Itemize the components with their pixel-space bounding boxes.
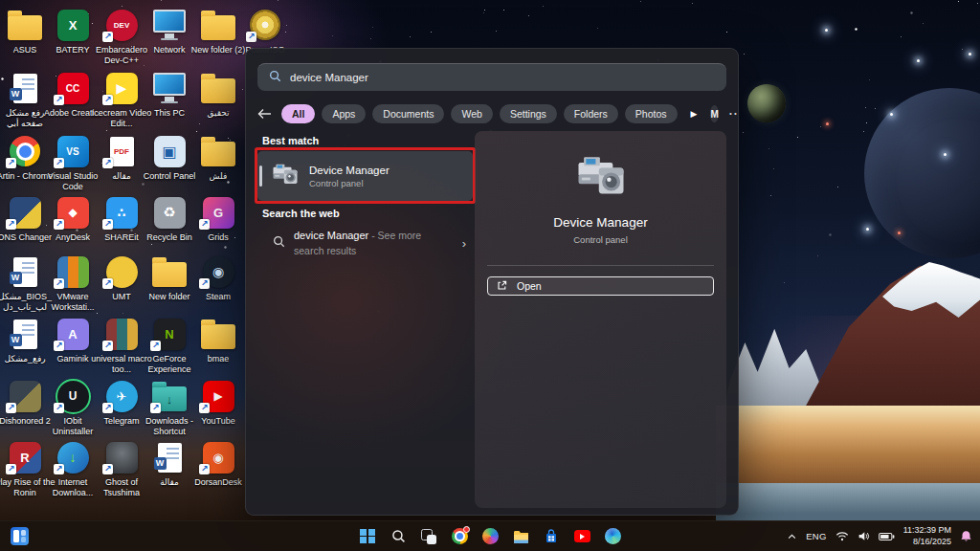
file-explorer-icon[interactable] <box>509 525 532 548</box>
desktop-icon-label: bmae <box>208 354 230 364</box>
shortcut-arrow-icon <box>150 403 161 413</box>
app-icon: CC <box>54 71 92 105</box>
back-icon[interactable] <box>257 108 272 120</box>
taskbar-search-button[interactable] <box>387 525 410 548</box>
desktop-icon-label: رفع_مشكل <box>4 354 45 364</box>
app-icon: W <box>6 71 44 105</box>
shortcut-arrow-icon <box>199 464 210 474</box>
filter-tab-settings[interactable]: Settings <box>500 104 557 123</box>
notification-badge <box>463 526 470 533</box>
shortcut-arrow-icon <box>54 219 64 230</box>
shortcut-arrow-icon <box>54 95 64 105</box>
taskbar-clock[interactable]: 11:32:39 PM 8/16/2025 <box>903 525 951 547</box>
chrome-taskbar-icon[interactable] <box>448 525 471 548</box>
shortcut-arrow-icon <box>102 32 113 42</box>
desktop-icon-label: New folder <box>148 292 189 302</box>
task-view-button[interactable] <box>417 525 440 548</box>
desktop-screen: ASUSX BATERYDEV Embarcadero Dev-C++ Netw… <box>0 0 980 551</box>
filter-tab-folders[interactable]: Folders <box>564 104 618 123</box>
clock-date: 8/16/2025 <box>903 537 951 548</box>
youtube-taskbar-icon[interactable] <box>570 525 593 548</box>
desktop-icon-label: Gaminik <box>56 354 88 364</box>
shortcut-arrow-icon <box>54 278 64 289</box>
account-avatar[interactable]: M <box>710 105 718 122</box>
app-icon <box>6 379 44 413</box>
microsoft-store-icon[interactable] <box>540 525 563 548</box>
shortcut-arrow-icon <box>102 403 113 413</box>
shortcut-arrow-icon <box>6 464 16 474</box>
bright-star <box>866 228 869 231</box>
desktop-icon-dorsandesk[interactable]: ◉ DorsanDesk <box>188 440 249 488</box>
app-icon: W <box>6 254 44 289</box>
desktop-icon-label: This PC <box>154 108 185 119</box>
app-icon: X <box>54 8 92 42</box>
web-search-item[interactable]: device Manager - See more search results… <box>257 225 476 267</box>
more-options-icon[interactable]: ··· <box>729 107 739 121</box>
desktop-icon-label: Steam <box>206 292 231 302</box>
app-icon <box>199 317 237 351</box>
start-button[interactable] <box>356 525 379 548</box>
best-match-title: Device Manager <box>309 165 390 176</box>
best-match-header: Best match <box>262 135 319 146</box>
app-icon <box>6 195 44 230</box>
best-match-item[interactable]: Device Manager Control panel <box>257 151 473 201</box>
open-button[interactable]: Open <box>487 276 714 296</box>
battery-icon[interactable] <box>879 532 895 541</box>
filter-tab-documents[interactable]: Documents <box>372 104 444 123</box>
app-icon <box>150 8 189 42</box>
search-input[interactable]: device Manager <box>257 63 726 91</box>
desktop-icon-bmae[interactable]: bmae <box>188 317 249 364</box>
app-icon: ◉ <box>199 440 237 474</box>
filter-tab-apps[interactable]: Apps <box>322 104 366 123</box>
device-manager-icon-large <box>574 154 628 203</box>
shortcut-arrow-icon <box>150 341 161 351</box>
desktop-icon-steam[interactable]: ◉ Steam <box>188 254 249 302</box>
desktop-icon-label: Grids <box>208 232 229 243</box>
desktop-icon-label: UMT <box>112 292 131 302</box>
filter-tab-photos[interactable]: Photos <box>625 104 678 123</box>
app-icon <box>6 8 44 42</box>
edge-taskbar-icon[interactable] <box>601 525 624 548</box>
widgets-button[interactable] <box>11 521 29 551</box>
search-icon <box>269 69 281 86</box>
search-query-text: device Manager <box>290 72 368 83</box>
language-indicator[interactable]: ENG <box>806 531 827 541</box>
app-icon <box>102 254 141 289</box>
app-icon: ◉ <box>199 254 237 289</box>
desktop-icon-grids[interactable]: G Grids <box>188 195 249 243</box>
chevron-right-icon[interactable]: › <box>462 236 466 251</box>
app-icon: N <box>150 317 189 351</box>
desktop-icon-label: مقالة <box>160 477 179 488</box>
bright-star <box>917 59 920 62</box>
web-search-text: device Manager - See more search results <box>294 229 449 259</box>
more-filters-icon[interactable]: ▶ <box>691 109 698 119</box>
volume-icon[interactable] <box>858 531 870 541</box>
app-icon: U <box>54 379 92 413</box>
preview-subtitle: Control panel <box>573 234 628 245</box>
big-mountain <box>792 264 980 430</box>
app-icon <box>150 71 189 105</box>
filter-tab-all[interactable]: All <box>281 104 315 123</box>
shortcut-arrow-icon <box>54 158 64 168</box>
app-icon: VS <box>54 134 92 168</box>
clock-time: 11:32:39 PM <box>903 525 951 537</box>
hidden-icons-chevron[interactable] <box>787 532 797 541</box>
wifi-icon[interactable] <box>835 531 849 541</box>
desktop-icon-label: Telegram <box>103 416 139 427</box>
notification-bell-icon[interactable] <box>960 530 972 542</box>
copilot-taskbar-icon[interactable] <box>479 525 501 548</box>
desktop-icon-label: AnyDesk <box>56 232 90 243</box>
preview-title: Device Manager <box>553 215 647 230</box>
system-tray: ENG 11:32:39 PM 8/16/2025 <box>787 521 972 551</box>
starfield <box>0 0 1 1</box>
desktop-icon-youtube[interactable]: ▶ YouTube <box>188 379 249 427</box>
shortcut-arrow-icon <box>102 341 113 351</box>
filter-tab-web[interactable]: Web <box>451 104 492 123</box>
search-flyout: device Manager AllAppsDocumentsWebSettin… <box>245 48 739 516</box>
desktop-icon-label: Network <box>153 45 185 55</box>
app-icon: A <box>54 317 92 351</box>
desktop-icon-تحقيق[interactable]: تحقيق <box>188 71 249 119</box>
desktop-icon-فلش[interactable]: فلش <box>188 134 249 182</box>
search-filter-bar: AllAppsDocumentsWebSettingsFoldersPhotos… <box>257 102 726 125</box>
shortcut-arrow-icon <box>199 278 210 289</box>
